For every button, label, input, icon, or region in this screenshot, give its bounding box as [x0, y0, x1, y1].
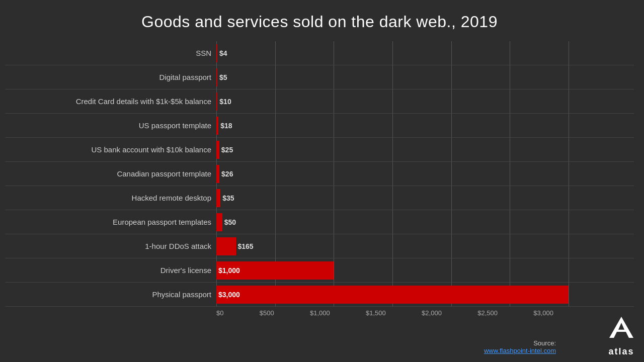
bar-container: $4	[216, 41, 634, 65]
bar-label: Digital passport	[5, 73, 216, 81]
chart-row: Driver's license$1,000	[5, 258, 634, 283]
chart-title: Goods and services sold on the dark web.…	[5, 5, 634, 41]
chart-rows: SSN$4Digital passport$5Credit Card detai…	[5, 41, 634, 317]
chart-row: US passport template$18	[5, 114, 634, 138]
axis-label: $2,000	[422, 309, 442, 317]
bar: $1,000	[216, 261, 334, 280]
chart-row: Hacked remote desktop$35	[5, 186, 634, 210]
bar-container: $25	[216, 138, 634, 161]
bar-label: Credit Card details with $1k-$5k balance	[5, 97, 216, 106]
bar-value: $35	[222, 194, 234, 202]
bar-label: Driver's license	[5, 266, 216, 275]
chart-row: 1-hour DDoS attack$165	[5, 234, 634, 258]
bar-value: $10	[219, 98, 231, 106]
bar-value: $3,000	[218, 291, 240, 299]
bar-label: 1-hour DDoS attack	[5, 242, 216, 250]
bar-label: Physical passport	[5, 290, 216, 299]
source-link[interactable]: www.flashpoint-intel.com	[484, 347, 556, 354]
bar-value: $50	[224, 218, 236, 226]
chart-row: Canadian passport template$26	[5, 162, 634, 186]
bar	[216, 93, 217, 111]
atlas-label: atlas	[608, 346, 634, 357]
bar-value: $18	[220, 122, 232, 130]
bar-container: $165	[216, 234, 634, 258]
bar	[216, 237, 236, 255]
axis-label: $3,000	[533, 309, 553, 317]
bar-value: $5	[219, 73, 227, 81]
chart-row: US bank account with $10k balance$25	[5, 138, 634, 162]
bar-label: US passport template	[5, 121, 216, 130]
axis-label: $1,500	[366, 309, 386, 317]
chart-row: SSN$4	[5, 41, 634, 65]
bar-label: SSN	[5, 49, 216, 57]
bar-container: $18	[216, 114, 634, 137]
bar-label: Hacked remote desktop	[5, 194, 216, 202]
atlas-logo: atlas	[606, 315, 636, 357]
chart-row: Digital passport$5	[5, 65, 634, 89]
bar: $3,000	[216, 286, 569, 304]
bar	[216, 165, 219, 183]
chart-row: European passport templates$50	[5, 210, 634, 234]
bar	[216, 141, 219, 159]
bar-container: $10	[216, 89, 634, 113]
axis-label: $0	[216, 309, 223, 317]
chart-row: Credit Card details with $1k-$5k balance…	[5, 89, 634, 114]
bar-value: $1,000	[218, 266, 240, 275]
bar-label: Canadian passport template	[5, 169, 216, 178]
bar	[216, 213, 222, 231]
bar-container: $26	[216, 162, 634, 186]
atlas-icon	[606, 315, 636, 345]
axis-labels: $0$500$1,000$1,500$2,000$2,500$3,000	[216, 307, 553, 317]
chart-rows-container: SSN$4Digital passport$5Credit Card detai…	[5, 41, 634, 307]
bar-container: $3,000	[216, 283, 634, 306]
bar	[216, 117, 218, 135]
bar-label: European passport templates	[5, 218, 216, 226]
bar-label: US bank account with $10k balance	[5, 145, 216, 154]
axis-label: $500	[260, 309, 274, 317]
source-label: Source:	[533, 339, 556, 347]
source-section: Source: www.flashpoint-intel.com	[484, 339, 556, 354]
bar	[216, 189, 220, 207]
axis-label: $2,500	[477, 309, 498, 317]
chart-row: Physical passport$3,000	[5, 283, 634, 307]
bar-value: $25	[221, 146, 233, 154]
main-container: Goods and services sold on the dark web.…	[0, 0, 644, 362]
bar-container: $1,000	[216, 258, 634, 282]
bar-container: $5	[216, 65, 634, 89]
bar-container: $35	[216, 186, 634, 210]
bar	[216, 44, 217, 62]
bar-value: $4	[219, 49, 227, 57]
axis-label: $1,000	[310, 309, 330, 317]
bar-value: $26	[221, 170, 233, 178]
bar-value: $165	[238, 242, 254, 250]
bar	[216, 68, 217, 86]
bar-container: $50	[216, 210, 634, 234]
